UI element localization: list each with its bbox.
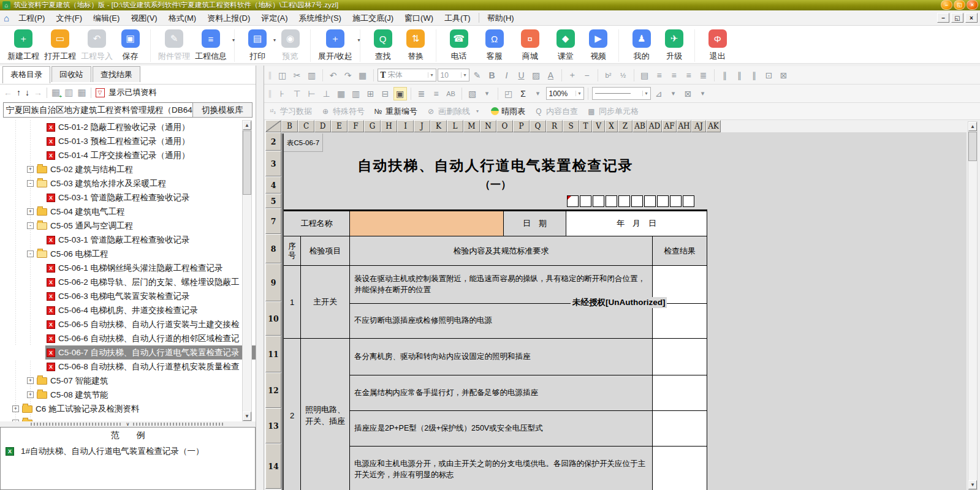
select-all-corner[interactable] <box>265 120 281 132</box>
result-cell[interactable] <box>653 447 707 490</box>
toolbar-button[interactable]: ¤ 商城 <box>512 29 548 62</box>
tree-item[interactable]: C5-06-2 电梯导轨、层门的支架、螺栓埋设隐蔽工 <box>0 275 256 289</box>
number-box[interactable] <box>580 195 591 207</box>
panel-tab[interactable]: 表格目录 <box>2 66 50 83</box>
vertical-text-right-icon[interactable]: ∥ <box>733 69 746 82</box>
scroll-up-icon[interactable]: ▲ <box>968 122 977 131</box>
superscript-icon[interactable]: b² <box>602 69 615 82</box>
restore-button[interactable]: ◱ <box>954 0 965 10</box>
fill-color-icon[interactable]: ▨ <box>530 69 543 82</box>
group-item[interactable]: 主开关 <box>301 266 350 338</box>
toolbar-grip[interactable]: ∥ <box>268 89 272 98</box>
font-size-select[interactable]: 10▾ <box>438 69 469 81</box>
content-cell[interactable]: 在金属结构内应常备手提行灯，并配备足够的电源插座 <box>350 375 653 410</box>
menu-item[interactable]: 施工交底(J) <box>347 10 399 26</box>
number-box[interactable] <box>670 195 682 207</box>
menu-item[interactable]: 窗口(W) <box>399 10 439 26</box>
content-cell[interactable]: 各分离机房、驱动和转向站内应设固定的照明和插座 <box>350 339 653 375</box>
example-item[interactable]: 1#自动扶梯、自动人行道电气装置检查记录（一） <box>1 441 255 457</box>
tree-item[interactable]: + C5-08 建筑节能 <box>0 388 256 402</box>
group-no[interactable]: 2 <box>284 339 301 490</box>
result-cell[interactable] <box>653 304 707 338</box>
tree-expander-icon[interactable]: + <box>12 405 19 412</box>
toolbar-button[interactable]: ▶ 视频 <box>583 29 619 62</box>
column-header[interactable]: X <box>605 120 618 132</box>
nav-down-icon[interactable]: ↓ <box>25 88 29 97</box>
column-header[interactable]: L <box>447 120 463 132</box>
tree-item[interactable]: C5-06-7 自动扶梯、自动人行道电气装置检查记录 <box>0 345 256 360</box>
scrollbar-thumb[interactable] <box>968 132 977 161</box>
row-header[interactable]: 9 <box>265 263 281 301</box>
project-name-label[interactable]: 工程名称 <box>284 211 350 236</box>
tree-item[interactable]: C5-01-4 工序交接检查记录（通用） <box>0 148 256 162</box>
column-header[interactable]: Z <box>618 120 632 132</box>
cut-icon[interactable]: ✂ <box>291 69 304 82</box>
zoom-select[interactable]: 100%▾ <box>546 87 584 100</box>
tree-item[interactable]: C5-01-2 隐蔽工程验收记录（通用） <box>0 120 256 134</box>
toolbar-button[interactable]: ＋ 新建工程 <box>5 29 42 62</box>
char-spacing-icon[interactable]: AB <box>444 87 458 100</box>
col-item-header[interactable]: 检验项目 <box>301 236 350 265</box>
row-header[interactable]: 14 <box>265 443 281 489</box>
strike-dropdown-icon[interactable]: ▾ <box>473 107 482 116</box>
scrollbar-thumb[interactable] <box>243 130 251 195</box>
decrease-icon[interactable]: − <box>580 69 594 82</box>
align-center-icon[interactable]: ≡ <box>667 69 681 82</box>
font-color-icon[interactable]: A <box>544 69 558 82</box>
font-family-select[interactable]: T 宋体▾ <box>378 69 436 81</box>
column-header[interactable]: E <box>331 120 348 132</box>
toolbar-button[interactable]: Q 查找 <box>365 29 401 62</box>
tree-item[interactable]: C5-03-1 管道隐蔽工程检查验收记录 <box>0 190 256 205</box>
renumber-button[interactable]: № 重新编号 <box>373 106 417 117</box>
menu-item[interactable]: 工具(T) <box>439 10 476 26</box>
nav-up-icon[interactable]: ↑ <box>17 88 21 97</box>
tree-item[interactable]: + C5-04 建筑电气工程 <box>0 205 256 219</box>
form-subtitle[interactable]: （一） <box>284 178 707 195</box>
group-no[interactable]: 1 <box>284 266 301 338</box>
clear-format-icon[interactable]: ▦ <box>356 69 370 82</box>
content-cell[interactable]: 插座应是2P+PE型（2级+保护线）250V或安全电压型式 <box>350 411 653 446</box>
number-box[interactable] <box>567 195 579 207</box>
row-header[interactable]: 7 <box>265 208 281 234</box>
row-header[interactable]: 10 <box>265 301 281 336</box>
tree-item[interactable]: - C5-05 通风与空调工程 <box>0 219 256 233</box>
insert-image-icon[interactable]: ▧ <box>466 87 479 100</box>
row-header[interactable]: 5 <box>265 194 281 208</box>
col-content-header[interactable]: 检验内容及其规范标准要求 <box>350 236 653 265</box>
tree-item[interactable]: - C5-03 建筑给水排水及采暖工程 <box>0 176 256 190</box>
row-header[interactable]: 4 <box>265 176 281 194</box>
tree-expander-icon[interactable]: + <box>27 391 34 398</box>
insert-table-icon[interactable]: ⊞ <box>364 87 378 100</box>
toolbar-button[interactable]: Ω 客服 <box>477 29 512 62</box>
delete-row-icon[interactable]: ⊥ <box>320 87 333 100</box>
cell-border-icon[interactable]: ◰ <box>502 87 515 100</box>
tree-item[interactable]: C5-06-1 电梯钢丝绳头灌注隐蔽工程检查记录 <box>0 261 256 275</box>
panel-splitter[interactable]: ∨ <box>0 421 256 427</box>
panel-tab[interactable]: 查找结果 <box>93 66 140 82</box>
sheet-scrollbar[interactable]: ▲ ▼ <box>968 121 978 490</box>
content-cell[interactable]: 不应切断电源插座或检修照明电路的电源 <box>350 304 653 338</box>
sum-icon[interactable]: Σ <box>517 87 530 100</box>
column-header[interactable]: AJ <box>691 120 706 132</box>
column-header[interactable]: O <box>496 120 513 132</box>
self-check-button[interactable]: Q 内容自查 <box>534 106 578 117</box>
column-header[interactable]: H <box>381 120 397 132</box>
tree-item[interactable]: C5-06-3 电梯电气装置安装检查记录 <box>0 289 256 303</box>
tree-item[interactable]: C5-06-4 电梯机房、井道交接检查记录 <box>0 303 256 317</box>
tree-item[interactable]: C5-03-1 管道隐蔽工程检查验收记录 <box>0 233 256 247</box>
sync-cells-button[interactable]: ▩ 同步单元格 <box>587 106 639 117</box>
merge-cells-icon[interactable]: ▦ <box>335 87 348 100</box>
learn-data-button[interactable]: ¹²₃ 学习数据 <box>268 106 312 117</box>
mdi-minimize-button[interactable]: – <box>937 13 949 23</box>
form-tag[interactable]: 表C5-06-7 <box>284 134 323 152</box>
column-header[interactable]: T <box>579 120 592 132</box>
scroll-down-icon[interactable]: ▼ <box>243 412 251 421</box>
row-header[interactable]: 2 <box>265 132 281 151</box>
tree-item[interactable]: C5-01-3 预检工程检查记录（通用） <box>0 134 256 148</box>
italic-icon[interactable]: I <box>500 69 514 82</box>
toolbar-button[interactable]: ◆ 课堂 <box>548 29 583 62</box>
scroll-down-icon[interactable]: ▼ <box>968 480 977 489</box>
align-right-icon[interactable]: ≡ <box>682 69 696 82</box>
dropdown-arrow-icon[interactable]: ▾ <box>232 37 235 43</box>
align-left-icon[interactable]: ≡ <box>653 69 666 82</box>
